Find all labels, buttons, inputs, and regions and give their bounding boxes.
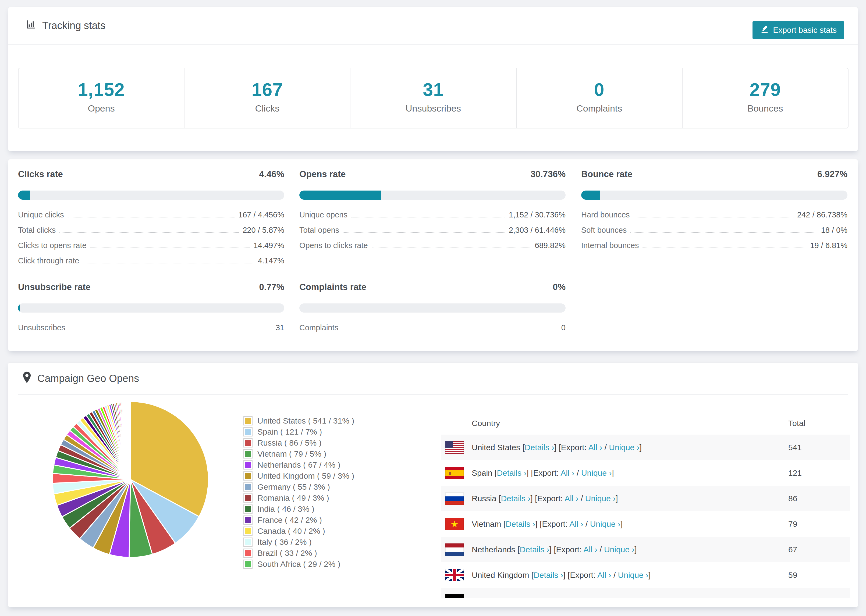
rate-detail-row: Clicks to opens rate14.497% — [18, 235, 284, 250]
detail-label: Opens to clicks rate — [299, 241, 368, 250]
geo-opens-card: Campaign Geo Opens United States ( 541 /… — [8, 362, 858, 607]
geo-table: CountryTotalUnited States [Details ›] [E… — [441, 412, 850, 598]
details-link[interactable]: Details › — [525, 443, 554, 452]
stat-label: Unsubscribes — [350, 103, 516, 114]
rates-card: Clicks rate4.46%Unique clicks167 / 4.456… — [8, 159, 858, 351]
export-unique-link[interactable]: Unique › — [609, 443, 639, 452]
geo-country-cell: Vietnam [Details ›] [Export: All › / Uni… — [472, 520, 623, 529]
geo-total-value: 59 — [788, 570, 797, 580]
detail-label: Soft bounces — [581, 226, 627, 235]
rate-section-opens-rate: Opens rate30.736%Unique opens1,152 / 30.… — [299, 169, 565, 250]
legend-swatch — [243, 460, 252, 470]
bracket: ] — [620, 520, 623, 528]
dotted-leader — [372, 248, 531, 248]
legend-swatch — [243, 537, 252, 547]
details-link[interactable]: Details › — [520, 545, 549, 554]
details-link[interactable]: Details › — [497, 468, 526, 477]
legend-label: Netherlands ( 67 / 4% ) — [257, 460, 340, 470]
legend-swatch-color — [245, 451, 251, 457]
export-unique-link[interactable]: Unique › — [604, 545, 635, 554]
export-label: [Export: — [568, 570, 597, 580]
geo-country-cell: Netherlands [Details ›] [Export: All › /… — [472, 545, 637, 554]
export-all-link[interactable]: All › — [597, 570, 611, 580]
legend-item-brazil: Brazil ( 33 / 2% ) — [243, 547, 354, 558]
rate-section-header: Complaints rate0% — [299, 282, 565, 292]
rate-section-header: Bounce rate6.927% — [581, 169, 847, 179]
geo-opens-pie-chart — [50, 399, 211, 560]
bracket: ] — [635, 545, 636, 554]
bracket: ] — [563, 570, 568, 580]
rate-section-bounce-rate: Bounce rate6.927%Hard bounces242 / 86.73… — [581, 169, 847, 250]
details-link[interactable]: Details › — [534, 570, 563, 580]
detail-label: Clicks to opens rate — [18, 241, 87, 250]
stat-value: 31 — [350, 79, 516, 100]
export-unique-link[interactable]: Unique › — [590, 520, 620, 528]
export-all-link[interactable]: All › — [569, 520, 583, 528]
legend-swatch-color — [245, 429, 251, 435]
geo-total-value: 79 — [788, 520, 797, 529]
geo-total-value: 121 — [788, 468, 802, 478]
legend-label: Canada ( 40 / 2% ) — [257, 526, 325, 536]
detail-label: Unique opens — [299, 211, 348, 219]
legend-label: Russia ( 86 / 5% ) — [257, 438, 321, 448]
legend-swatch — [243, 493, 252, 503]
export-all-link[interactable]: All › — [561, 468, 575, 477]
rate-progress-track — [299, 190, 565, 200]
rate-detail-rows: Unique clicks167 / 4.456%Total clicks220… — [18, 204, 284, 265]
geo-row-partial — [441, 588, 850, 598]
country-name: United Kingdom — [472, 570, 531, 580]
rate-detail-row: Click through rate4.147% — [18, 250, 284, 265]
country-name: Netherlands — [472, 545, 518, 554]
geo-row-netherlands: Netherlands [Details ›] [Export: All › /… — [441, 537, 850, 562]
stats-summary: 1,152Opens167Clicks31Unsubscribes0Compla… — [18, 68, 849, 129]
legend-label: United States ( 541 / 31% ) — [257, 416, 354, 426]
export-label: [Export: — [554, 545, 583, 554]
rate-value: 4.46% — [259, 169, 284, 179]
legend-swatch — [243, 526, 252, 536]
export-all-link[interactable]: All › — [565, 494, 578, 503]
rate-progress-track — [581, 190, 847, 200]
stat-card-clicks: 167Clicks — [184, 68, 350, 128]
legend-label: Brazil ( 33 / 2% ) — [257, 548, 317, 558]
legend-label: India ( 46 / 3% ) — [257, 504, 314, 514]
tracking-stats-card: Tracking stats Export basic stats 1,152O… — [8, 7, 858, 151]
legend-swatch — [243, 416, 252, 426]
dotted-leader — [68, 217, 235, 217]
detail-label: Complaints — [299, 324, 339, 332]
rate-progress-fill — [299, 190, 381, 200]
stat-value: 0 — [516, 79, 682, 100]
geo-total-value: 86 — [788, 494, 797, 503]
rate-detail-row: Unique opens1,152 / 30.736% — [299, 204, 565, 219]
legend-swatch-color — [245, 550, 251, 556]
legend-swatch — [243, 504, 252, 514]
details-link[interactable]: Details › — [505, 520, 535, 528]
legend-swatch-color — [245, 440, 251, 446]
detail-value: 242 / 86.738% — [797, 211, 847, 219]
flag-icon-de — [446, 594, 464, 598]
details-link[interactable]: Details › — [501, 494, 531, 503]
stat-card-complaints: 0Complaints — [516, 68, 682, 128]
export-all-link[interactable]: All › — [583, 545, 597, 554]
flag-icon-es — [446, 467, 464, 479]
legend-label: Vietnam ( 79 / 5% ) — [257, 449, 326, 459]
stat-label: Bounces — [683, 103, 848, 114]
export-all-link[interactable]: All › — [589, 443, 602, 452]
export-unique-link[interactable]: Unique › — [618, 570, 649, 580]
pie-slice-other[interactable] — [130, 402, 131, 479]
detail-label: Unique clicks — [18, 211, 64, 219]
export-unique-link[interactable]: Unique › — [585, 494, 616, 503]
export-unique-link[interactable]: Unique › — [581, 468, 612, 477]
legend-label: South Africa ( 29 / 2% ) — [257, 559, 340, 569]
legend-item-russia: Russia ( 86 / 5% ) — [243, 437, 354, 448]
flag-icon-gb — [446, 569, 464, 581]
flag-icon-us — [446, 441, 464, 454]
flag-icon-ru — [446, 492, 464, 505]
legend-swatch-color — [245, 418, 251, 424]
legend-item-united-kingdom: United Kingdom ( 59 / 3% ) — [243, 470, 354, 481]
geo-row-russia: Russia [Details ›] [Export: All › / Uniq… — [441, 486, 850, 511]
flag-icon-vn — [446, 518, 464, 530]
rate-section-header: Clicks rate4.46% — [18, 169, 284, 179]
stat-card-opens: 1,152Opens — [19, 68, 184, 128]
export-basic-stats-button[interactable]: Export basic stats — [753, 21, 844, 39]
flag-icon-nl — [446, 544, 464, 556]
